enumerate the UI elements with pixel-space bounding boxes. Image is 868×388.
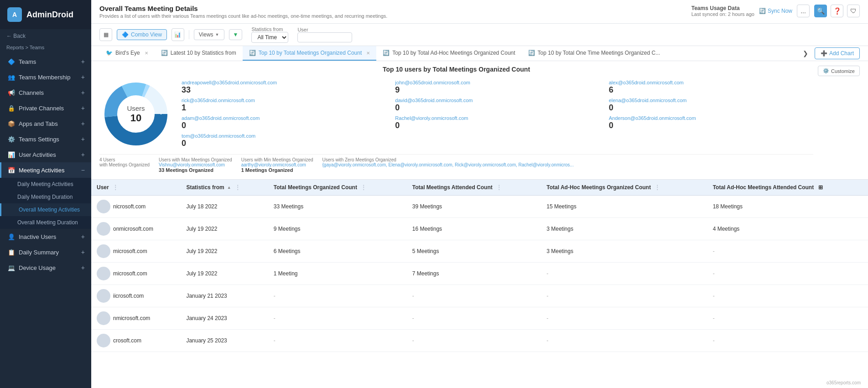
legend-email-4[interactable]: david@o365droid.onmicrosoft.com: [395, 98, 599, 103]
legend-email-0[interactable]: andreapowell@o365droid.onmicrosoft.com: [182, 80, 386, 85]
columns-icon[interactable]: ⊞: [818, 184, 823, 191]
legend-email-8[interactable]: Anderson@o365droid.onmicrosoft.com: [609, 115, 813, 121]
cell-adhoc-att-6: -: [707, 330, 868, 352]
tab-latest-10[interactable]: 🔄 Latest 10 by Statistics from: [155, 46, 243, 61]
legend-count-9: 0: [182, 139, 386, 148]
chart-title: Top 10 users by Total Meetings Organized…: [99, 66, 813, 73]
legend-item-3: rick@o365droid.onmicrosoft.com 1: [182, 98, 386, 113]
sidebar: A AdminDroid ← Back Reports > Teams 🔷 Te…: [0, 0, 91, 388]
more-options-button[interactable]: ...: [797, 5, 810, 17]
sidebar-item-teams-settings[interactable]: ⚙️ Teams Settings +: [0, 131, 91, 147]
avatar-4: [97, 289, 110, 303]
col-stats-from[interactable]: Statistics from ▲ ⋮: [181, 180, 268, 196]
col-adhoc-attended-label: Total Ad-Hoc Meetings Attended Count: [713, 184, 814, 191]
summary-zero-link[interactable]: {gaya@vioroly.onmicrosoft.com, Elena@vio…: [322, 162, 574, 167]
cell-org-0: 33 Meetings: [268, 196, 407, 218]
sidebar-item-inactive-users[interactable]: 👤 Inactive Users +: [0, 229, 91, 244]
search-icon-button[interactable]: 🔍: [814, 5, 827, 17]
legend-item-5: elena@o365droid.onmicrosoft.com 0: [609, 98, 813, 113]
sync-now-button[interactable]: 🔄 Sync Now: [759, 8, 792, 14]
sidebar-item-label: Channels: [19, 89, 44, 96]
legend-email-7[interactable]: Rachel@vioroly.onmicrosoft.com: [395, 115, 599, 121]
tab-top10-total[interactable]: 🔄 Top 10 by Total Meetings Organized Cou…: [243, 46, 377, 61]
col-total-attended-label: Total Meetings Attended Count: [412, 184, 493, 191]
summary-min-meetings: Users with Min Meetings Organized aarthy…: [241, 157, 313, 173]
views-dropdown-icon: ▼: [215, 32, 219, 37]
stats-from-select[interactable]: All Time: [251, 32, 288, 43]
close-tab-top10-total[interactable]: ✕: [366, 51, 370, 56]
tab-top10-adhoc[interactable]: 🔄 Top 10 by Total Ad-Hoc Meetings Organi…: [376, 46, 521, 61]
stats-from-group: Statistics from All Time User: [251, 26, 352, 43]
avatar-6: [97, 334, 110, 347]
grid-view-button[interactable]: ▦: [99, 28, 112, 41]
chart-area: Top 10 users by Total Meetings Organized…: [91, 61, 868, 180]
sidebar-item-label: Apps and Tabs: [19, 120, 58, 127]
cell-adhoc-org-5: -: [541, 307, 707, 330]
sidebar-item-teams[interactable]: 🔷 Teams +: [0, 54, 91, 69]
sidebar-item-label: User Activities: [19, 151, 56, 158]
customize-button[interactable]: ⚙️ Customize: [818, 66, 860, 76]
legend-email-2[interactable]: alex@o365droid.onmicrosoft.com: [609, 80, 813, 85]
legend-email-5[interactable]: elena@o365droid.onmicrosoft.com: [609, 98, 813, 103]
sidebar-item-label: Inactive Users: [19, 233, 56, 240]
shield-icon-button[interactable]: 🛡: [847, 5, 860, 17]
app-logo: A AdminDroid: [0, 0, 91, 29]
cell-stats-2: July 19 2022: [181, 240, 268, 263]
customize-label: Customize: [831, 68, 855, 74]
sidebar-item-daily-summary[interactable]: 📋 Daily Summary +: [0, 244, 91, 260]
avatar-1: [97, 222, 110, 236]
summary-zero-meetings: Users with Zero Meetings Organized {gaya…: [322, 157, 574, 173]
stats-from-wrapper: Statistics from All Time: [251, 26, 288, 43]
expand-icon: +: [81, 151, 85, 158]
user-select[interactable]: [297, 32, 352, 42]
data-label: Teams Usage Data: [691, 5, 754, 11]
sidebar-sub-item-overall-meeting-activities[interactable]: Overall Meeting Activities: [0, 203, 91, 216]
summary-max-link[interactable]: Vishnu@vioroly.onmicrosoft.com: [159, 162, 232, 167]
sidebar-item-user-activities[interactable]: 📊 User Activities +: [0, 147, 91, 162]
toolbar: ▦ 🔷 Combo View 📊 Views ▼ ▼ Statistics fr…: [91, 24, 868, 46]
sidebar-sub-item-overall-meeting-duration[interactable]: Overall Meeting Duration: [0, 216, 91, 229]
user-email-3: microsoft.com: [113, 270, 147, 277]
sidebar-item-teams-membership[interactable]: 👥 Teams Membership +: [0, 69, 91, 85]
combo-view-button[interactable]: 🔷 Combo View: [117, 29, 167, 40]
sidebar-item-label: Meeting Activities: [19, 167, 64, 174]
cell-att-6: -: [407, 330, 541, 352]
cell-user-3: microsoft.com: [91, 263, 181, 285]
user-activities-icon: 📊: [8, 151, 15, 158]
help-icon-button[interactable]: ❓: [831, 5, 843, 17]
legend-email-1[interactable]: john@o365droid.onmicrosoft.com: [395, 80, 599, 85]
sidebar-sub-item-daily-meeting-duration[interactable]: Daily Meeting Duration: [0, 191, 91, 203]
views-button[interactable]: Views ▼: [194, 29, 224, 40]
tab-top10-onetime[interactable]: 🔄 Top 10 by Total One Time Meetings Orga…: [522, 46, 667, 61]
tabs-next-arrow[interactable]: ❯: [803, 50, 808, 57]
sidebar-item-device-usage[interactable]: 💻 Device Usage +: [0, 260, 91, 275]
teams-icon: 🔷: [8, 58, 15, 65]
legend-email-9[interactable]: tom@o365droid.onmicrosoft.com: [182, 133, 386, 139]
filter-button[interactable]: ▼: [229, 29, 243, 40]
meeting-activities-icon: 📅: [8, 167, 15, 174]
legend-email-6[interactable]: adam@o365droid.onmicrosoft.com: [182, 115, 386, 121]
sidebar-item-label: Teams Settings: [19, 136, 59, 143]
legend-email-3[interactable]: rick@o365droid.onmicrosoft.com: [182, 98, 386, 103]
summary-min-link[interactable]: aarthy@vioroly.onmicrosoft.com: [241, 162, 313, 167]
donut-center: Users 10: [127, 104, 145, 124]
cell-user-6: crosoft.com: [91, 330, 181, 352]
sidebar-item-channels[interactable]: 📢 Channels +: [0, 85, 91, 100]
sidebar-item-meeting-activities[interactable]: 📅 Meeting Activities −: [0, 162, 91, 178]
avatar-0: [97, 200, 110, 213]
close-birds-eye: ✕: [145, 51, 148, 56]
sidebar-item-apps-and-tabs[interactable]: 📦 Apps and Tabs +: [0, 116, 91, 131]
expand-icon: −: [81, 166, 85, 174]
page-subtitle: Provides a list of users with their vari…: [99, 13, 387, 19]
cell-adhoc-att-4: -: [707, 285, 868, 307]
main-content: Overall Teams Meeting Details Provides a…: [91, 0, 868, 388]
bar-chart-button[interactable]: 📊: [172, 28, 184, 41]
tab-birds-eye[interactable]: 🐦 Bird's Eye ✕: [99, 46, 155, 61]
sidebar-sub-item-daily-meeting-activities[interactable]: Daily Meeting Activities: [0, 178, 91, 191]
add-chart-button[interactable]: ➕ Add Chart: [815, 47, 860, 59]
col-separator-3: ⋮: [496, 184, 502, 191]
back-button[interactable]: ← Back: [0, 29, 91, 43]
cell-org-3: 1 Meeting: [268, 263, 407, 285]
sync-icon: 🔄: [759, 8, 766, 14]
sidebar-item-private-channels[interactable]: 🔒 Private Channels +: [0, 100, 91, 116]
